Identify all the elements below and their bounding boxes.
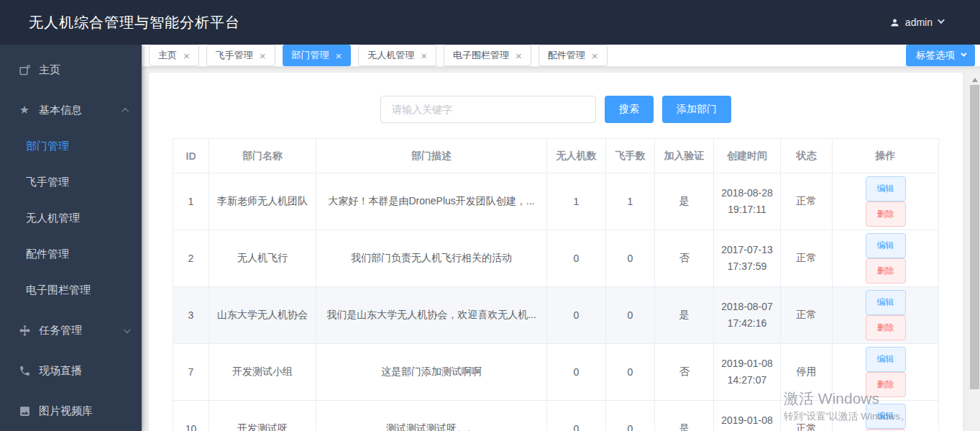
delete-button[interactable]: 删除 (866, 258, 906, 283)
delete-button[interactable]: 删除 (866, 315, 906, 340)
cell-drone-count: 1 (547, 173, 606, 230)
content-area: 搜索 添加部门 ID部门名称部门描述无人机数飞手数加入验证创建时间状态操作 1李… (142, 67, 980, 431)
tab-close-icon[interactable]: × (336, 50, 342, 61)
sidebar-item-label: 主页 (39, 63, 60, 77)
tab-close-icon[interactable]: × (260, 50, 266, 61)
scrollbar-thumb[interactable] (970, 85, 979, 389)
sidebar-item-department-mgmt[interactable]: 部门管理 (0, 128, 142, 164)
cell-id: 2 (173, 230, 209, 287)
app-title: 无人机综合管理与智能分析平台 (29, 13, 240, 32)
cell-join-verify: 是 (655, 287, 714, 344)
chevron-up-icon (122, 107, 129, 114)
created-clock: 17:42:16 (720, 315, 774, 332)
tab-close-icon[interactable]: × (183, 50, 190, 61)
department-table: ID部门名称部门描述无人机数飞手数加入验证创建时间状态操作 1李新老师无人机团队… (173, 138, 939, 431)
phone-icon (18, 364, 31, 377)
created-date: 2019-01-08 (720, 355, 774, 372)
column-header: 状态 (781, 139, 833, 173)
tab-options-button[interactable]: 标签选项 (906, 45, 975, 66)
sidebar-menu: 主页★基本信息部门管理飞手管理无人机管理配件管理电子围栏管理任务管理现场直播图片… (0, 52, 142, 429)
add-department-button[interactable]: 添加部门 (662, 96, 731, 123)
tab-label: 无人机管理 (367, 49, 414, 62)
sidebar-item-label: 基本信息 (39, 104, 82, 117)
tab-close-icon[interactable]: × (592, 50, 598, 61)
sidebar-item-live-stream[interactable]: 现场直播 (0, 353, 142, 389)
cell-status: 正常 (781, 230, 833, 287)
edit-button[interactable]: 编辑 (866, 233, 906, 258)
column-header: 无人机数 (547, 139, 606, 173)
cell-actions: 编辑删除 (833, 287, 939, 344)
scrollbar-up-arrow-icon[interactable] (972, 78, 978, 82)
created-clock: 19:17:11 (720, 201, 774, 218)
tab-close-icon[interactable]: × (516, 50, 522, 61)
cell-status: 正常 (781, 287, 833, 344)
tab-home[interactable]: 主页× (149, 45, 199, 66)
column-header: ID (173, 139, 209, 173)
sidebar-item-drone-mgmt[interactable]: 无人机管理 (0, 200, 142, 236)
edit-button[interactable]: 编辑 (866, 347, 906, 372)
sidebar-item-label: 部门管理 (26, 140, 69, 153)
cell-pilot-count: 0 (606, 230, 655, 287)
cell-id: 10 (173, 401, 209, 431)
sidebar-item-pilot-mgmt[interactable]: 飞手管理 (0, 164, 142, 200)
edit-button[interactable]: 编辑 (866, 176, 906, 201)
tab-label: 部门管理 (292, 49, 329, 62)
main-area: 主页×飞手管理×部门管理×无人机管理×电子围栏管理×配件管理× 标签选项 搜索 … (142, 45, 980, 431)
cell-created-time: 2019-01-0814:27:07 (714, 344, 781, 401)
sidebar-item-label: 无人机管理 (26, 212, 80, 225)
sidebar-item-label: 飞手管理 (26, 176, 69, 189)
tab-fence-mgmt[interactable]: 电子围栏管理× (444, 45, 531, 66)
edit-button[interactable]: 编辑 (866, 290, 906, 315)
home-icon (18, 63, 31, 76)
cell-drone-count: 0 (547, 287, 606, 344)
cell-drone-count: 0 (547, 344, 606, 401)
cell-desc: 我们部门负责无人机飞行相关的活动 (316, 230, 547, 287)
column-header: 部门名称 (209, 139, 316, 173)
created-clock: 14:27:07 (720, 372, 774, 389)
cell-desc: 我们是山东大学无人机协会，欢迎喜欢无人机... (316, 287, 547, 344)
app-header: 无人机综合管理与智能分析平台 admin (0, 0, 980, 45)
cell-name: 李新老师无人机团队 (209, 173, 316, 230)
cell-desc: 大家好！本群是由DronePlus开发团队创建，... (316, 173, 547, 230)
search-input[interactable] (380, 96, 596, 123)
delete-button[interactable]: 删除 (866, 372, 906, 397)
chevron-down-icon (961, 50, 966, 56)
cell-join-verify: 否 (655, 230, 714, 287)
tab-department-mgmt[interactable]: 部门管理× (283, 45, 352, 66)
delete-button[interactable]: 删除 (866, 201, 906, 227)
created-clock: 17:37:59 (720, 258, 774, 275)
cell-name: 开发测试小组 (209, 344, 316, 401)
user-name: admin (905, 17, 933, 28)
sidebar-item-fence-mgmt[interactable]: 电子围栏管理 (0, 272, 142, 308)
sidebar-item-label: 配件管理 (26, 248, 69, 261)
created-date: 2017-07-13 (720, 242, 774, 258)
image-icon (18, 404, 31, 417)
cell-status: 正常 (781, 401, 833, 431)
cell-drone-count: 0 (547, 401, 606, 431)
chevron-down-icon (124, 326, 131, 333)
cell-created-time: 2018-08-0717:42:16 (714, 287, 781, 344)
sidebar-item-parts-mgmt[interactable]: 配件管理 (0, 236, 142, 272)
tab-drone-mgmt[interactable]: 无人机管理× (358, 45, 436, 66)
tabs: 主页×飞手管理×部门管理×无人机管理×电子围栏管理×配件管理× (149, 45, 608, 66)
cell-id: 7 (173, 344, 209, 401)
table-row: 3山东大学无人机协会我们是山东大学无人机协会，欢迎喜欢无人机...00是2018… (173, 287, 939, 344)
tab-parts-mgmt[interactable]: 配件管理× (539, 45, 608, 66)
cell-join-verify: 是 (655, 401, 714, 431)
sidebar-item-media-library[interactable]: 图片视频库 (0, 393, 142, 429)
sidebar-item-task-mgmt[interactable]: 任务管理 (0, 312, 142, 348)
table-header-row: ID部门名称部门描述无人机数飞手数加入验证创建时间状态操作 (173, 139, 939, 173)
user-menu[interactable]: admin (889, 17, 943, 28)
cell-name: 开发测试呀 (209, 401, 316, 431)
vertical-scrollbar[interactable] (969, 74, 980, 431)
edit-button[interactable]: 编辑 (866, 404, 906, 429)
cell-join-verify: 是 (655, 173, 714, 230)
tab-pilot-mgmt[interactable]: 飞手管理× (206, 45, 275, 66)
tab-close-icon[interactable]: × (421, 50, 427, 61)
search-button[interactable]: 搜索 (605, 96, 654, 123)
sidebar-item-home[interactable]: 主页 (0, 52, 142, 88)
tab-label: 配件管理 (548, 49, 585, 62)
tab-label: 飞手管理 (216, 49, 253, 62)
table-row: 7开发测试小组这是部门添加测试啊啊00否2019-01-0814:27:07停用… (173, 344, 939, 401)
sidebar-item-basic-info[interactable]: ★基本信息 (0, 92, 142, 128)
